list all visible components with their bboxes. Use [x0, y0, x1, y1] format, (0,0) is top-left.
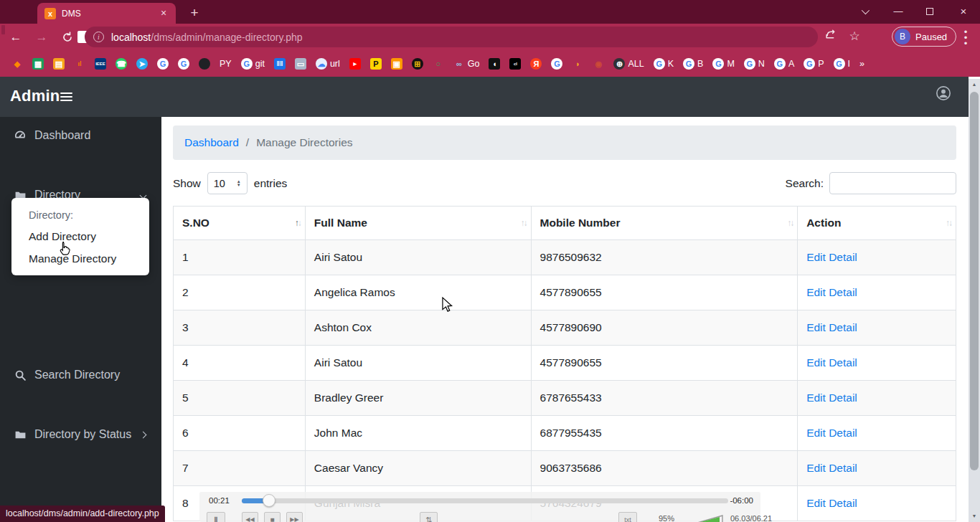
sidebar: Dashboard Directory Search Directory Dir…	[0, 117, 161, 522]
google-i-bookmark[interactable]: GI	[834, 58, 850, 70]
eye-bookmark-icon[interactable]: ◉	[593, 58, 604, 70]
edit-detail-link[interactable]: Edit Detail	[806, 321, 857, 333]
reader-bookmark-icon[interactable]: ▭	[295, 58, 306, 70]
dropdown-item-manage-directory[interactable]: Manage Directory	[29, 252, 149, 265]
edit-detail-link[interactable]: Edit Detail	[806, 286, 857, 298]
window-minimize-icon[interactable]: —	[882, 0, 915, 24]
user-avatar-icon[interactable]	[936, 85, 951, 101]
tab-close-icon[interactable]: ×	[157, 7, 170, 20]
barcode-bookmark-icon[interactable]: ‖‖	[274, 58, 286, 70]
pause-button[interactable]: Ⅱ	[207, 512, 225, 522]
search-label: Search:	[786, 177, 824, 190]
previous-button[interactable]: ◀◀	[242, 512, 258, 522]
stop-button[interactable]: ■	[264, 512, 281, 522]
profile-button[interactable]: B Paused	[892, 27, 956, 47]
google-b-bookmark[interactable]: GB	[683, 58, 703, 70]
column-header-mobile[interactable]: Mobile Number↑↓	[531, 207, 798, 240]
forward-icon[interactable]: →	[32, 27, 52, 47]
sidebar-item-dashboard[interactable]: Dashboard	[7, 125, 156, 146]
chevron-right-icon	[140, 431, 147, 438]
browser-tab[interactable]: x DMS ×	[37, 3, 176, 24]
scroll-down-icon[interactable]: ▼	[969, 511, 980, 522]
google-m-bookmark[interactable]: GM	[712, 58, 734, 70]
page-size-select[interactable]: 10 ▲▼	[207, 172, 248, 194]
edit-detail-link[interactable]: Edit Detail	[806, 251, 857, 263]
sort-icon: ↑↓	[521, 218, 527, 228]
google-p-bookmark[interactable]: GP	[804, 58, 824, 70]
sidebar-toggle-icon[interactable]	[60, 92, 72, 103]
analytics-bookmark-icon[interactable]: ıl	[74, 58, 85, 70]
youtube-bookmark-icon: ▶	[349, 58, 361, 70]
back-icon[interactable]: ←	[6, 27, 26, 47]
sidebar-item-search-directory[interactable]: Search Directory	[7, 365, 156, 385]
page-scrollbar[interactable]: ▲ ▼	[969, 79, 980, 522]
player-seek-handle[interactable]	[263, 494, 275, 507]
google-bookmark-icon[interactable]: G	[157, 58, 169, 70]
window-restore-icon[interactable]	[913, 0, 946, 24]
cart-bookmark-icon[interactable]: ⊞	[412, 58, 423, 70]
refresh-icon[interactable]	[57, 27, 77, 47]
edit-detail-link[interactable]: Edit Detail	[806, 462, 857, 474]
google-k-bookmark[interactable]: GK	[654, 58, 674, 70]
share-icon[interactable]	[822, 28, 839, 45]
shuffle-button[interactable]: ⇅	[420, 512, 438, 522]
py-bookmark[interactable]: PY	[220, 59, 232, 69]
player-seek-bar[interactable]	[242, 498, 728, 503]
new-tab-button[interactable]: +	[185, 4, 204, 22]
bird-bookmark-icon[interactable]: ◗	[572, 58, 583, 70]
scrollbar-thumb[interactable]	[970, 92, 979, 470]
yandex-bookmark-icon[interactable]: Я	[530, 58, 542, 70]
cell-sno: 3	[174, 310, 306, 346]
google-k-bookmark-label: K	[668, 59, 674, 69]
bookmark-star-icon[interactable]: ☆	[846, 28, 863, 45]
godaddy-bookmark[interactable]: ∞Go	[453, 58, 480, 70]
telegram-bookmark-icon: ➤	[136, 58, 148, 70]
bookmarks-overflow-chevron[interactable]: »	[859, 59, 864, 69]
entries-label: entries	[254, 177, 288, 190]
scroll-up-icon[interactable]: ▲	[969, 79, 980, 90]
window-close-icon[interactable]: ×	[947, 0, 980, 24]
eagle-bookmark-icon[interactable]: ◖	[489, 58, 500, 70]
search-input[interactable]	[829, 172, 956, 194]
volume-percent: 95%	[659, 514, 674, 522]
google-a-bookmark[interactable]: GA	[774, 58, 794, 70]
address-bar[interactable]: i localhost/dms/admin/manage-directory.p…	[85, 27, 818, 47]
google-bookmark-icon[interactable]: G	[551, 58, 562, 70]
google-n-bookmark[interactable]: GN	[744, 58, 765, 70]
column-header-action[interactable]: Action↑↓	[798, 207, 956, 240]
ieee-bookmark-icon[interactable]: IEEE	[95, 58, 106, 70]
globe-all-bookmark[interactable]: ⊕ALL	[613, 58, 644, 70]
sheets-bookmark-icon[interactable]: ▦	[32, 58, 44, 70]
sidebar-item-directory-by-status[interactable]: Directory by Status	[7, 424, 156, 445]
dark-circle-bookmark-icon[interactable]	[199, 58, 210, 70]
google-git-bookmark[interactable]: Ggit	[241, 58, 265, 70]
youtube-bookmark-icon[interactable]: ▶	[349, 58, 361, 70]
orange-app-bookmark-icon[interactable]: ▤	[53, 58, 65, 70]
site-info-icon[interactable]: i	[93, 32, 104, 42]
app-brand[interactable]: Admin	[10, 87, 60, 105]
google-k-bookmark: G	[654, 58, 665, 70]
tab-search-icon[interactable]	[848, 0, 881, 24]
volume-wedge-icon[interactable]	[682, 513, 723, 522]
dropdown-item-add-directory[interactable]: Add Directory	[29, 230, 149, 243]
ring-bookmark-icon[interactable]: ○	[433, 58, 444, 70]
google-bookmark-icon[interactable]: G	[178, 58, 189, 70]
column-header-fullname[interactable]: Full Name↑↓	[305, 207, 531, 240]
breadcrumb-dashboard-link[interactable]: Dashboard	[184, 136, 239, 149]
edit-detail-link[interactable]: Edit Detail	[806, 392, 857, 404]
cell-sno: 1	[174, 240, 306, 275]
whatsapp-bookmark-icon[interactable]: ☎	[116, 58, 127, 70]
next-button[interactable]: ▶▶	[286, 512, 303, 522]
flame-bookmark-icon[interactable]: ◆	[11, 58, 23, 70]
telegram-bookmark-icon[interactable]: ➤	[136, 58, 148, 70]
captions-button[interactable]: txt	[618, 512, 637, 522]
edit-detail-link[interactable]: Edit Detail	[806, 427, 857, 439]
edit-detail-link[interactable]: Edit Detail	[806, 497, 857, 509]
clipchamp-bookmark-icon[interactable]: cl	[509, 58, 521, 70]
cloud-url-bookmark[interactable]: ☁url	[316, 58, 340, 70]
recorder-bookmark-icon[interactable]: ▣	[391, 58, 402, 70]
edit-detail-link[interactable]: Edit Detail	[806, 356, 857, 369]
browser-menu-icon[interactable]: •••	[960, 28, 971, 45]
p-bookmark-icon[interactable]: P	[370, 58, 382, 70]
column-header-sno[interactable]: S.NO↑↓	[174, 207, 306, 240]
